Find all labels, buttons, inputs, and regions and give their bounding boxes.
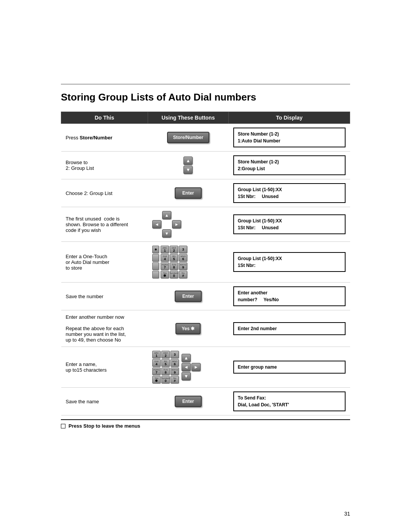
btn-cell-3: Enter bbox=[148, 179, 229, 207]
page-title: Storing Group Lists of Auto Dial numbers bbox=[61, 91, 350, 103]
display-cell-1: Store Number (1-2) 1:Auto Dial Number bbox=[229, 124, 350, 152]
display-text-8a: Enter group name bbox=[238, 364, 277, 370]
header-buttons: Using These Buttons bbox=[148, 112, 229, 124]
table-row: Save the name Enter To Send Fax: Dial, L… bbox=[61, 388, 350, 415]
store-number-button[interactable]: Store/Number bbox=[167, 132, 209, 143]
btn-cell-4: ▲ ◄ ► ▼ bbox=[148, 207, 229, 242]
display-cell-9: To Send Fax: Dial, Load Doc, 'START' bbox=[229, 388, 350, 415]
side-key-4[interactable] bbox=[152, 271, 159, 278]
key-6[interactable]: MNO6 bbox=[179, 254, 187, 262]
down-arrow-button[interactable]: ▼ bbox=[183, 166, 193, 174]
key8-5[interactable]: JKL5 bbox=[161, 359, 170, 367]
do-cell-3: Choose 2: Group List bbox=[61, 179, 148, 207]
display-text-3b: 1St Nbr: Unused bbox=[238, 194, 279, 199]
key-1[interactable]: ABC1 bbox=[161, 246, 169, 253]
do-cell-6: Save the number bbox=[61, 283, 148, 310]
display-box-6: Enter another number? Yes/No bbox=[233, 286, 346, 306]
key-9[interactable]: WXYZ9 bbox=[179, 262, 187, 270]
display-text-9b: Dial, Load Doc, 'START' bbox=[238, 402, 289, 407]
cross-up-button[interactable]: ▲ bbox=[162, 211, 171, 219]
enter-button-3[interactable]: Enter bbox=[175, 187, 202, 199]
up-arrow-8[interactable]: ▲ bbox=[182, 354, 191, 362]
btn-cell-7: Yes ✱ bbox=[148, 310, 229, 347]
yes-star-button[interactable]: Yes ✱ bbox=[175, 323, 201, 334]
page-number: 31 bbox=[344, 511, 350, 517]
table-row: The first unused code is shown. Browse t… bbox=[61, 207, 350, 242]
key8-7[interactable]: PQRS7 bbox=[152, 367, 161, 375]
display-box-4: Group List (1-50):XX 1St Nbr: Unused bbox=[233, 214, 346, 234]
display-box-9: To Send Fax: Dial, Load Doc, 'START' bbox=[233, 391, 346, 411]
top-rule bbox=[61, 84, 350, 85]
display-box-8: Enter group name bbox=[233, 361, 346, 374]
cross-right-button[interactable]: ► bbox=[172, 220, 181, 228]
key-3[interactable]: 3 bbox=[179, 246, 187, 253]
do-cell-1: Press Store/Number bbox=[61, 124, 148, 152]
key8-9[interactable]: WXYZ9 bbox=[170, 367, 179, 375]
display-text-1a: Store Number (1-2) bbox=[238, 131, 279, 137]
enter-button-6[interactable]: Enter bbox=[175, 291, 202, 302]
display-box-7: Enter 2nd number bbox=[233, 322, 346, 335]
table-row: Press Store/Number Store/Number Store Nu… bbox=[61, 124, 350, 152]
side-key-3[interactable] bbox=[152, 262, 159, 270]
key-2[interactable]: DEF2 bbox=[170, 246, 178, 253]
display-cell-6: Enter another number? Yes/No bbox=[229, 283, 350, 310]
key8-8[interactable]: TUV8 bbox=[161, 367, 170, 375]
key8-6[interactable]: MNO6 bbox=[170, 359, 179, 367]
key8-no[interactable]: No# bbox=[170, 376, 179, 383]
table-row: Enter a name, up to15 characters ABC1 DE… bbox=[61, 347, 350, 388]
display-cell-8: Enter group name bbox=[229, 347, 350, 388]
key8-4[interactable]: GHI4 bbox=[152, 359, 161, 367]
display-cell-3: Group List (1-50):XX 1St Nbr: Unused bbox=[229, 179, 350, 207]
key-symbols[interactable]: Symbols0 bbox=[170, 271, 178, 278]
table-row: Choose 2: Group List Enter Group List (1… bbox=[61, 179, 350, 207]
display-text-2b: 2:Group List bbox=[238, 166, 265, 171]
side-key-2[interactable] bbox=[152, 254, 159, 262]
keypad-group-5: ✱ ABC1 DEF2 3 GHI4 JKL5 MNO6 PQ bbox=[152, 246, 224, 278]
display-cell-4: Group List (1-50):XX 1St Nbr: Unused bbox=[229, 207, 350, 242]
key8-1[interactable]: ABC1 bbox=[152, 351, 161, 358]
display-text-6a: Enter another bbox=[238, 290, 268, 296]
btn-cell-1: Store/Number bbox=[148, 124, 229, 152]
do-cell-9: Save the name bbox=[61, 388, 148, 415]
display-text-6b: number? Yes/No bbox=[238, 297, 279, 302]
key-5[interactable]: JKL5 bbox=[170, 254, 178, 262]
table-row: Enter a One-Touch or Auto Dial number to… bbox=[61, 242, 350, 283]
key8-3[interactable]: 3 bbox=[170, 351, 179, 358]
key-7[interactable]: PQRS7 bbox=[161, 262, 169, 270]
keypad-8: ABC1 DEF2 3 GHI4 JKL5 MNO6 PQRS7 TUV8 WX… bbox=[152, 351, 179, 383]
cross-down-button[interactable]: ▼ bbox=[162, 229, 171, 238]
up-arrow-button[interactable]: ▲ bbox=[183, 157, 193, 165]
key8-2[interactable]: DEF2 bbox=[161, 351, 170, 358]
enter-button-9[interactable]: Enter bbox=[175, 396, 202, 407]
header-do: Do This bbox=[61, 112, 148, 124]
display-text-5b: 1St Nbr: bbox=[238, 263, 256, 268]
key-8[interactable]: TUV8 bbox=[170, 262, 178, 270]
key-no[interactable]: No# bbox=[179, 271, 187, 278]
cross-arrows: ▲ ◄ ► ▼ bbox=[152, 211, 180, 238]
keypad-5: ABC1 DEF2 3 GHI4 JKL5 MNO6 PQRS7 TUV8 WX… bbox=[161, 246, 187, 278]
key-4[interactable]: GHI4 bbox=[161, 254, 169, 262]
btn-cell-5: ✱ ABC1 DEF2 3 GHI4 JKL5 MNO6 PQ bbox=[148, 242, 229, 283]
keypad-side-keys: ✱ bbox=[152, 246, 159, 278]
table-row: Save the number Enter Enter another numb… bbox=[61, 283, 350, 310]
header-display: To Display bbox=[229, 112, 350, 124]
display-text-2a: Store Number (1-2) bbox=[238, 159, 279, 165]
do-cell-5: Enter a One-Touch or Auto Dial number to… bbox=[61, 242, 148, 283]
display-box-5: Group List (1-50):XX 1St Nbr: bbox=[233, 252, 346, 272]
keypad-group-8: ABC1 DEF2 3 GHI4 JKL5 MNO6 PQRS7 TUV8 WX… bbox=[152, 351, 224, 383]
right-arrow-8[interactable]: ► bbox=[191, 363, 201, 371]
key8-yes[interactable]: Yes✱ bbox=[152, 376, 161, 383]
side-key-1[interactable]: ✱ bbox=[152, 246, 159, 253]
footer-text: Press Stop to leave the menus bbox=[68, 423, 140, 429]
left-arrow-8[interactable]: ◄ bbox=[182, 363, 191, 371]
table-row: Browse to 2: Group List ▲ ▼ Store Number… bbox=[61, 152, 350, 179]
key8-sym[interactable]: Symbols0 bbox=[161, 376, 170, 383]
cross-left-button[interactable]: ◄ bbox=[152, 220, 161, 228]
btn-cell-2: ▲ ▼ bbox=[148, 152, 229, 179]
display-text-3a: Group List (1-50):XX bbox=[238, 187, 282, 192]
display-text-4a: Group List (1-50):XX bbox=[238, 218, 282, 224]
display-box-2: Store Number (1-2) 2:Group List bbox=[233, 155, 346, 175]
key-yes[interactable]: Yes✱ bbox=[161, 271, 169, 278]
down-arrow-8[interactable]: ▼ bbox=[182, 372, 191, 380]
display-box-3: Group List (1-50):XX 1St Nbr: Unused bbox=[233, 183, 346, 203]
